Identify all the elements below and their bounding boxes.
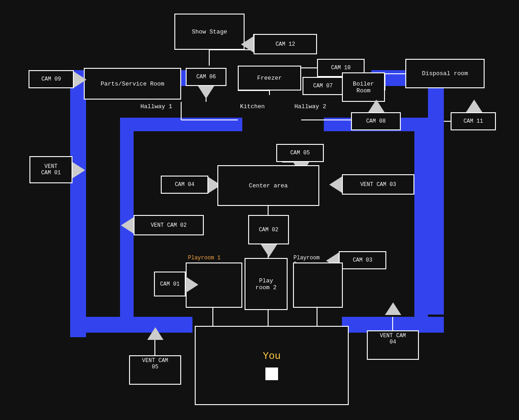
cam11-label[interactable]: CAM 11 bbox=[451, 112, 496, 130]
cam08-label[interactable]: CAM 08 bbox=[351, 112, 401, 130]
cam12-label[interactable]: CAM 12 bbox=[254, 34, 317, 54]
svg-rect-9 bbox=[414, 118, 428, 326]
disposal-room[interactable]: Disposal room bbox=[405, 59, 485, 88]
vent-cam02-arrow bbox=[121, 217, 134, 234]
center-area-label: Center area bbox=[249, 182, 288, 189]
parts-service-room[interactable]: Parts/Service Room bbox=[84, 68, 181, 100]
hallway2-label: Hallway 2 bbox=[294, 103, 326, 110]
cam09-arrow bbox=[74, 72, 86, 88]
cam07-label[interactable]: CAM 07 bbox=[303, 77, 343, 95]
vent-cam03-label[interactable]: VENT CAM 03 bbox=[342, 174, 414, 195]
show-stage-room[interactable]: Show Stage bbox=[174, 14, 245, 50]
vent-cam05-arrow bbox=[147, 327, 163, 340]
hallway1-label: Hallway 1 bbox=[140, 103, 172, 110]
cam03-label[interactable]: CAM 03 bbox=[339, 251, 386, 269]
vent-cam03-arrow bbox=[329, 177, 342, 193]
cam08-arrow bbox=[368, 100, 384, 112]
cam06-label[interactable]: CAM 06 bbox=[186, 68, 226, 86]
center-area-room[interactable]: Center area bbox=[217, 165, 319, 206]
vent-cam01-label[interactable]: VENTCAM 01 bbox=[29, 156, 72, 183]
cam02-arrow bbox=[261, 244, 277, 257]
freezer-label: Freezer bbox=[257, 75, 282, 81]
playroom2-label: Playroom 2 bbox=[255, 277, 277, 291]
map-container: Show Stage CAM 12 Parts/Service Room CAM… bbox=[0, 0, 519, 420]
disposal-label: Disposal room bbox=[422, 70, 468, 77]
playroom3-room[interactable] bbox=[293, 262, 343, 308]
svg-rect-7 bbox=[120, 118, 242, 131]
cam02-label[interactable]: CAM 02 bbox=[248, 215, 289, 244]
player-marker bbox=[265, 368, 278, 380]
cam04-label[interactable]: CAM 04 bbox=[161, 176, 208, 194]
vent-cam02-label[interactable]: VENT CAM 02 bbox=[134, 215, 204, 235]
boiler-label: BoilerRoom bbox=[353, 81, 374, 94]
show-stage-label: Show Stage bbox=[192, 29, 227, 35]
cam01-arrow bbox=[186, 277, 198, 293]
cam09-label[interactable]: CAM 09 bbox=[29, 70, 74, 88]
playroom2-room[interactable]: Playroom 2 bbox=[245, 258, 288, 310]
freezer-room[interactable]: Freezer bbox=[238, 66, 301, 91]
svg-rect-0 bbox=[70, 70, 86, 337]
parts-service-label: Parts/Service Room bbox=[101, 81, 164, 87]
boiler-room[interactable]: BoilerRoom bbox=[342, 72, 385, 102]
you-label: You bbox=[263, 351, 281, 362]
you-room[interactable]: You bbox=[195, 326, 349, 405]
svg-rect-4 bbox=[70, 317, 192, 333]
cam06-arrow bbox=[198, 86, 214, 99]
vent-cam05-label[interactable]: VENT CAM05 bbox=[129, 355, 181, 385]
vent-cam04-arrow bbox=[385, 302, 401, 315]
cam05-label[interactable]: CAM 05 bbox=[276, 144, 324, 162]
kitchen-label: Kitchen bbox=[240, 103, 265, 110]
cam12-arrow bbox=[241, 36, 254, 52]
svg-rect-2 bbox=[428, 70, 444, 315]
vent-cam01-arrow bbox=[72, 162, 85, 178]
vent-cam04-label[interactable]: VENT CAM04 bbox=[367, 330, 419, 360]
cam11-arrow bbox=[466, 100, 482, 112]
cam01-label[interactable]: CAM 01 bbox=[154, 272, 186, 296]
playroom1-label: Playroom 1 bbox=[188, 255, 221, 261]
